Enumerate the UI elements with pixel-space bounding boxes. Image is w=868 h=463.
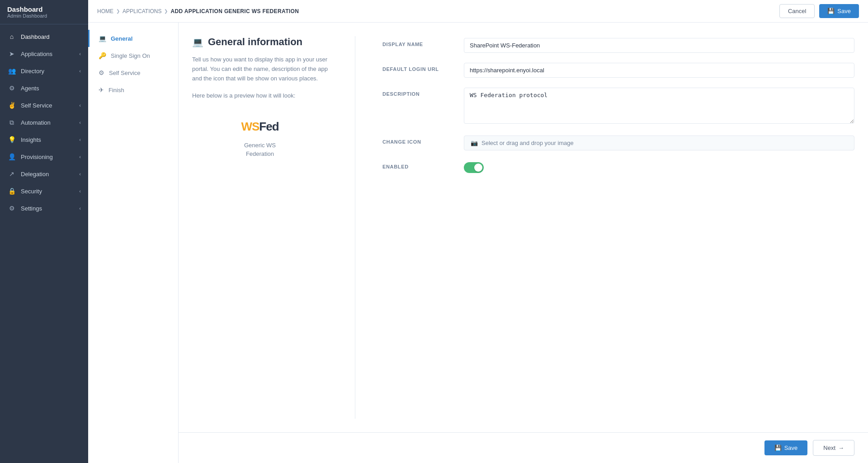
app-icon-preview: WSFed (244, 115, 276, 138)
sidebar-label-applications: Applications (21, 51, 52, 57)
default-login-url-row: DEFAULT LOGIN URL (382, 63, 854, 78)
chevron-icon-provisioning: ‹ (79, 154, 81, 159)
sidebar-item-provisioning[interactable]: 👤 Provisioning ‹ (0, 148, 88, 165)
enabled-toggle[interactable] (464, 162, 484, 173)
change-icon-row: CHANGE ICON 📷 Select or drag and drop yo… (382, 136, 854, 150)
chevron-icon-applications: ‹ (79, 51, 81, 56)
sidebar-item-selfservice[interactable]: ✌ Self Service ‹ (0, 97, 88, 114)
app-preview-name-line2: Federation (244, 150, 276, 158)
agents-icon: ⚙ (7, 84, 16, 93)
sidebar-label-delegation: Delegation (21, 171, 49, 178)
chevron-icon-insights: ‹ (79, 137, 81, 142)
description-label: DESCRIPTION (382, 88, 455, 97)
main-container: HOME ❯ APPLICATIONS ❯ ADD APPLICATION GE… (88, 0, 868, 463)
provisioning-icon: 👤 (7, 152, 16, 161)
breadcrumb: HOME ❯ APPLICATIONS ❯ ADD APPLICATION GE… (97, 8, 299, 14)
icon-upload-button[interactable]: 📷 Select or drag and drop your image (464, 136, 854, 150)
sidebar-item-delegation[interactable]: ↗ Delegation ‹ (0, 165, 88, 182)
step-sso-label: Single Sign On (111, 52, 150, 59)
sidebar-item-directory[interactable]: 👥 Directory ‹ (0, 62, 88, 80)
chevron-icon-settings: ‹ (79, 206, 81, 211)
sidebar-label-security: Security (21, 188, 42, 195)
sidebar: Dashboard Admin Dashboard ⌂ Dashboard ➤ … (0, 0, 88, 463)
settings-icon: ⚙ (7, 204, 16, 213)
sidebar-item-settings[interactable]: ⚙ Settings ‹ (0, 200, 88, 217)
selfservice-icon: ✌ (7, 101, 16, 110)
panel-title-icon: 💻 (192, 37, 203, 47)
fed-text: Fed (259, 120, 278, 133)
panel-title-text: General information (208, 36, 302, 48)
step-selfservice-label: Self Service (109, 70, 140, 76)
step-general[interactable]: 💻 General (88, 30, 178, 47)
chevron-icon-directory: ‹ (79, 68, 81, 74)
display-name-label: DISPLAY NAME (382, 38, 455, 47)
panel-description: Tell us how you want to display this app… (192, 55, 328, 83)
breadcrumb-home[interactable]: HOME (97, 8, 113, 14)
content-area: 💻 General information Tell us how you wa… (179, 23, 868, 463)
form-panel: DISPLAY NAME DEFAULT LOGIN URL (382, 36, 854, 419)
next-button[interactable]: Next → (813, 440, 854, 456)
sidebar-item-automation[interactable]: ⧉ Automation ‹ (0, 114, 88, 131)
display-name-input[interactable] (464, 38, 854, 53)
step-finish[interactable]: ✈ Finish (88, 81, 178, 98)
image-icon: 📷 (471, 140, 478, 146)
sidebar-label-automation: Automation (21, 119, 51, 126)
app-preview-name-line1: Generic WS (244, 141, 276, 150)
sidebar-item-security[interactable]: 🔒 Security ‹ (0, 182, 88, 200)
default-login-url-control (464, 63, 854, 78)
breadcrumb-current: ADD APPLICATION GENERIC WS FEDERATION (170, 8, 299, 14)
sidebar-item-agents[interactable]: ⚙ Agents (0, 80, 88, 97)
breadcrumb-sep-1: ❯ (116, 9, 120, 14)
breadcrumb-sep-2: ❯ (164, 9, 168, 14)
page-body: 💻 General 🔑 Single Sign On ⚙ Self Servic… (88, 23, 868, 463)
sidebar-nav: ⌂ Dashboard ➤ Applications ‹ 👥 Directory… (0, 24, 88, 463)
steps-panel: 💻 General 🔑 Single Sign On ⚙ Self Servic… (88, 23, 179, 463)
preview-panel: 💻 General information Tell us how you wa… (192, 36, 328, 419)
display-name-row: DISPLAY NAME (382, 38, 854, 53)
description-control: WS Federation protocol (464, 88, 854, 126)
save-header-button[interactable]: 💾 Save (819, 4, 859, 18)
automation-icon: ⧉ (7, 118, 16, 127)
sidebar-label-insights: Insights (21, 136, 41, 143)
description-row: DESCRIPTION WS Federation protocol (382, 88, 854, 126)
sso-step-icon: 🔑 (99, 52, 106, 59)
step-sso[interactable]: 🔑 Single Sign On (88, 47, 178, 64)
toggle-thumb (474, 164, 482, 172)
enabled-control (464, 160, 854, 173)
display-name-control (464, 38, 854, 53)
change-icon-control: 📷 Select or drag and drop your image (464, 136, 854, 150)
app-preview: WSFed Generic WS Federation (192, 106, 328, 167)
enabled-label: ENABLED (382, 160, 455, 169)
general-step-icon: 💻 (99, 35, 106, 42)
breadcrumb-applications[interactable]: APPLICATIONS (123, 8, 161, 14)
sidebar-label-selfservice: Self Service (21, 102, 52, 109)
default-login-url-label: DEFAULT LOGIN URL (382, 63, 455, 72)
selfservice-step-icon: ⚙ (99, 69, 104, 76)
next-label: Next (823, 444, 835, 451)
app-title: Dashboard (7, 5, 81, 13)
rocket-icon: ➤ (7, 49, 16, 58)
insights-icon: 💡 (7, 135, 16, 144)
save-footer-button[interactable]: 💾 Save (764, 440, 808, 455)
security-icon: 🔒 (7, 187, 16, 196)
sidebar-item-dashboard[interactable]: ⌂ Dashboard (0, 28, 88, 45)
save-header-icon: 💾 (827, 8, 835, 14)
content-footer: 💾 Save Next → (179, 432, 868, 463)
step-selfservice[interactable]: ⚙ Self Service (88, 64, 178, 81)
cancel-button[interactable]: Cancel (779, 4, 815, 18)
description-textarea[interactable]: WS Federation protocol (464, 88, 854, 124)
save-footer-label: Save (784, 444, 798, 451)
chevron-icon-selfservice: ‹ (79, 103, 81, 108)
app-subtitle: Admin Dashboard (7, 13, 81, 19)
icon-upload-label: Select or drag and drop your image (481, 140, 574, 146)
finish-step-icon: ✈ (99, 86, 104, 94)
default-login-url-input[interactable] (464, 63, 854, 78)
sidebar-item-insights[interactable]: 💡 Insights ‹ (0, 131, 88, 148)
content-inner: 💻 General information Tell us how you wa… (179, 23, 868, 432)
app-preview-name: Generic WS Federation (244, 141, 276, 158)
sidebar-item-applications[interactable]: ➤ Applications ‹ (0, 45, 88, 62)
toggle-track (464, 162, 484, 173)
step-general-label: General (111, 35, 132, 42)
sidebar-label-settings: Settings (21, 205, 42, 212)
chevron-icon-security: ‹ (79, 188, 81, 194)
